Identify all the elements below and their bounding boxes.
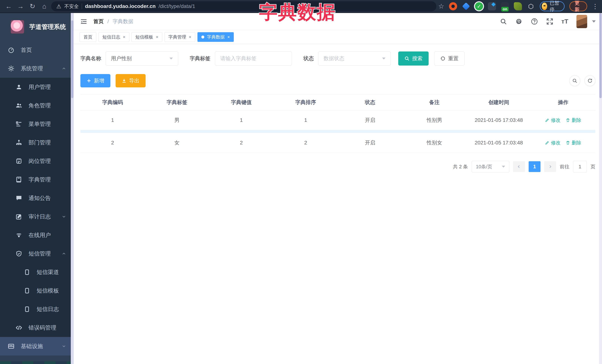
- sidebar-logo[interactable]: 芋道管理系统: [0, 13, 74, 41]
- font-size-icon[interactable]: ᴛT: [561, 18, 568, 25]
- table-mini-actions: [570, 75, 595, 86]
- page-unit-label: 页: [591, 164, 595, 170]
- chevron-down-icon: [502, 166, 505, 167]
- cell-label: 女: [145, 133, 209, 153]
- browser-toolbar-right: ☆ ✓ on ⬡ 已暂停 更新 ⋮: [438, 1, 598, 11]
- chevron-up-icon: [62, 66, 66, 71]
- bookmark-star-icon[interactable]: ☆: [438, 2, 444, 10]
- browser-forward-button[interactable]: →: [16, 1, 26, 11]
- sidebar-item-menus[interactable]: 菜单管理: [0, 115, 74, 133]
- extension-icon-orange[interactable]: [449, 2, 457, 10]
- cell-status: 开启: [338, 133, 402, 153]
- next-page-button[interactable]: [544, 161, 556, 172]
- sidebar-item-dict[interactable]: 字典管理: [0, 170, 74, 189]
- sidebar-item-departments[interactable]: 部门管理: [0, 133, 74, 152]
- window-scrollbar-thumb[interactable]: [599, 13, 602, 98]
- prev-page-button[interactable]: [513, 161, 525, 172]
- sidebar-item-sms[interactable]: 短信管理: [0, 244, 74, 263]
- cell-remark: 性别男: [402, 110, 467, 130]
- sidebar-item-system[interactable]: 系统管理: [0, 59, 74, 78]
- sidebar-item-label: 短信管理: [29, 250, 51, 258]
- delete-link-label: 删除: [572, 140, 581, 146]
- help-icon[interactable]: [531, 18, 538, 25]
- tag-dict-manage[interactable]: 字典管理 ×: [164, 32, 195, 42]
- edit-link[interactable]: 修改: [545, 117, 560, 124]
- delete-link[interactable]: 删除: [566, 117, 581, 124]
- goto-page-input[interactable]: [573, 161, 587, 172]
- add-button[interactable]: 新增: [80, 74, 110, 87]
- sidebar-item-label: 角色管理: [29, 102, 51, 109]
- browser-menu-icon[interactable]: ⋮: [592, 3, 598, 10]
- sidebar-item-posts[interactable]: 岗位管理: [0, 152, 74, 170]
- sidebar-item-sms-log[interactable]: 短信日志: [0, 300, 74, 318]
- sidebar-item-home[interactable]: 首页: [0, 41, 74, 59]
- sidebar-scrollbar-thumb[interactable]: [71, 20, 73, 98]
- avatar-caret-icon[interactable]: [592, 20, 596, 23]
- not-secure-label[interactable]: 不安全: [64, 3, 79, 10]
- add-button-label: 新增: [94, 77, 104, 84]
- user-avatar[interactable]: [576, 15, 587, 28]
- tag-dict-data-active[interactable]: 字典数据 ×: [197, 32, 234, 42]
- sidebar-item-online-users[interactable]: 在线用户: [0, 226, 74, 244]
- total-count: 共 2 条: [453, 164, 468, 170]
- sidebar-item-error-codes[interactable]: 错误码管理: [0, 318, 74, 337]
- export-button[interactable]: 导出: [116, 74, 146, 87]
- hamburger-icon[interactable]: [80, 18, 87, 25]
- status-select[interactable]: 数据状态: [318, 52, 391, 65]
- extension-icon-sliders[interactable]: [488, 2, 496, 10]
- profile-paused-badge[interactable]: 已暂停: [540, 1, 564, 11]
- navbar-actions: ᴛT: [500, 15, 596, 28]
- close-icon[interactable]: ×: [156, 34, 158, 40]
- extension-icon-proxy[interactable]: on: [501, 2, 509, 10]
- tag-sms-log[interactable]: 短信日志 ×: [98, 32, 129, 42]
- sidebar-item-users[interactable]: 用户管理: [0, 78, 74, 96]
- extension-icon-leaf[interactable]: [514, 2, 522, 10]
- extensions-puzzle-icon[interactable]: ⬡: [527, 2, 535, 10]
- close-icon[interactable]: ×: [123, 34, 125, 40]
- page-size-value: 10条/页: [476, 164, 492, 170]
- search-button[interactable]: 搜索: [398, 52, 429, 65]
- chevron-down-icon: [170, 58, 173, 59]
- header-search-icon[interactable]: [500, 18, 507, 25]
- sidebar-item-sms-channel[interactable]: 短信渠道: [0, 263, 74, 281]
- sidebar-item-roles[interactable]: 角色管理: [0, 96, 74, 115]
- sidebar-scrollbar[interactable]: [71, 13, 74, 364]
- address-bar[interactable]: ⚠ 不安全 dashboard.yudao.iocoder.cn /dict/t…: [51, 1, 436, 11]
- github-icon[interactable]: [515, 18, 523, 25]
- sidebar-item-infrastructure[interactable]: 基础设施: [0, 337, 74, 355]
- tag-home[interactable]: 首页: [80, 32, 96, 42]
- dict-tag-input[interactable]: [220, 56, 287, 62]
- sidebar-item-sms-template[interactable]: 短信模板: [0, 281, 74, 300]
- extension-icon-blue-gem[interactable]: [462, 2, 470, 10]
- page-size-select[interactable]: 10条/页: [472, 161, 509, 172]
- tag-sms-template[interactable]: 短信模板 ×: [131, 32, 162, 42]
- breadcrumb-home[interactable]: 首页: [93, 18, 104, 25]
- edit-note-icon: [15, 213, 23, 220]
- fullscreen-icon[interactable]: [546, 18, 553, 25]
- extension-icon-green-check[interactable]: ✓: [475, 2, 483, 10]
- close-icon[interactable]: ×: [227, 34, 230, 40]
- breadcrumb: 首页 / 字典数据: [93, 18, 133, 25]
- page-number-1[interactable]: 1: [529, 161, 540, 172]
- url-path: /dict/type/data/1: [159, 3, 195, 9]
- dict-name-select[interactable]: 用户性别: [106, 52, 178, 65]
- reset-button[interactable]: 重置: [434, 52, 464, 65]
- delete-link[interactable]: 删除: [566, 140, 581, 146]
- close-icon[interactable]: ×: [189, 34, 191, 40]
- window-scrollbar[interactable]: [599, 13, 602, 364]
- sidebar-item-audit-log[interactable]: 审计日志: [0, 207, 74, 226]
- search-button-label: 搜索: [412, 55, 422, 62]
- active-dot: [201, 36, 204, 39]
- browser-back-button[interactable]: ←: [4, 1, 14, 11]
- sidebar-item-notice[interactable]: 通知公告: [0, 189, 74, 207]
- refresh-button[interactable]: [585, 75, 595, 86]
- browser-update-button[interactable]: 更新: [570, 1, 587, 11]
- top-navbar: 首页 / 字典数据 ᴛT: [74, 13, 602, 30]
- edit-link[interactable]: 修改: [545, 140, 560, 146]
- table-header-row: 字典编码 字典标签 字典键值 字典排序 状态 备注 创建时间 操作: [80, 94, 595, 110]
- browser-home-button[interactable]: ⌂: [39, 1, 49, 11]
- sidebar: 芋道管理系统 首页 系统管理: [0, 13, 74, 364]
- toggle-search-button[interactable]: [570, 75, 580, 86]
- browser-reload-button[interactable]: ↻: [27, 1, 37, 11]
- sidebar-bottom-strip: [0, 361, 74, 364]
